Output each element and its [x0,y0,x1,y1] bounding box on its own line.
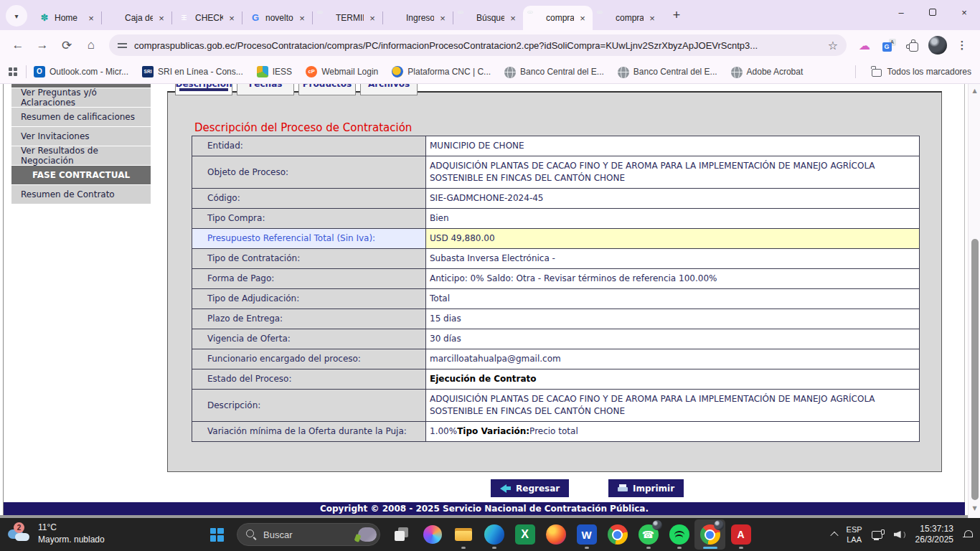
scrollbar-thumb[interactable] [971,239,979,500]
scroll-up-arrow[interactable]: ▲ [969,86,980,96]
extensions-button[interactable] [901,33,925,57]
bookmark-item[interactable]: Banco Central del E... [504,65,604,78]
reload-button[interactable]: ⟳ [55,33,79,57]
taskbar-search[interactable]: Buscar [237,523,380,546]
browser-tab[interactable]: comprasp× [523,6,593,30]
content-tab[interactable]: Fechas [237,84,294,95]
notifications-bell-icon[interactable] [963,530,973,540]
browser-tab[interactable]: Gnoveltoon× [242,6,312,30]
close-button[interactable]: × [948,0,980,24]
browser-tab[interactable]: Búsqueda× [453,6,523,30]
tab-close-icon[interactable]: × [85,12,97,24]
bookmark-label: SRI en Línea - Cons... [158,67,243,77]
language-indicator[interactable]: ESP LAA [847,524,862,545]
bookmark-items: OOutlook.com - Micr...SRISRI en Línea - … [34,65,854,78]
tab-search-chevron-icon[interactable]: ▾ [6,5,27,27]
browser-tab[interactable]: TERMINO× [313,6,382,30]
weather-condition: Mayorm. nublado [38,534,105,546]
taskbar-spotify-button[interactable] [664,519,694,550]
vertical-scrollbar[interactable]: ▲ ▼ [968,84,980,518]
taskbar-explorer-button[interactable] [448,519,479,550]
row-value: 1.00% Tipo Variación: Precio total [426,422,919,441]
translate-icon[interactable] [877,33,901,57]
bookmark-item[interactable]: IESS [257,66,292,77]
weather-widget[interactable]: 2 11°C Mayorm. nublado [7,522,105,546]
forward-button[interactable]: → [30,33,55,57]
taskbar-taskview-button[interactable] [386,519,417,550]
taskbar-acrobat-button[interactable] [725,519,756,550]
apps-grid-icon[interactable] [9,67,17,76]
start-button[interactable] [202,520,231,549]
bookmark-item[interactable]: cPWebmail Login [306,66,378,77]
tab-close-icon[interactable]: × [577,12,588,24]
scroll-down-arrow[interactable]: ▼ [969,504,980,514]
sidebar-item[interactable]: Resumen de calificaciones [11,108,151,126]
content-tab[interactable]: Descripción [175,84,232,95]
bookmark-item[interactable]: Adobe Acrobat [731,65,804,78]
bookmark-item[interactable]: OOutlook.com - Micr... [34,66,128,77]
browser-menu-button[interactable]: ⋮ [950,33,974,57]
speaker-icon[interactable] [894,529,906,540]
iess-icon [257,66,268,77]
sidebar-item[interactable]: Ver Invitaciones [11,127,151,146]
tab-title: comprasp [546,13,574,23]
edge-icon [484,524,504,545]
tab-title: comprasp [616,13,644,23]
taskbar-copilot-button[interactable] [417,519,448,550]
clock[interactable]: 15:37:13 26/3/2025 [915,524,953,545]
tray-date: 26/3/2025 [915,534,953,545]
printer-icon [618,484,628,493]
taskbar-excel-button[interactable] [509,519,540,550]
content-tab[interactable]: Archivos [360,84,418,95]
task-view-icon [392,524,412,545]
tab-close-icon[interactable]: × [507,12,519,24]
minimize-button[interactable]: – [885,0,917,24]
tab-close-icon[interactable]: × [367,12,378,24]
browser-tab[interactable]: comprasp× [593,6,662,30]
browser-tab[interactable]: Ingreso al× [383,6,453,30]
network-icon[interactable] [872,529,885,540]
content-tabs: DescripciónFechasProductosArchivos [175,84,418,95]
tray-chevron-up-icon[interactable] [830,532,838,540]
tab-close-icon[interactable]: × [296,12,308,24]
url-bar[interactable]: compraspublicas.gob.ec/ProcesoContrataci… [109,34,847,56]
cloud-weather-icon: 2 [7,525,32,542]
taskbar-firefox-button[interactable] [540,519,571,550]
tab-close-icon[interactable]: × [646,12,658,24]
taskbar-chrome-button[interactable] [694,519,725,550]
weather-extension-icon[interactable]: ☁ [852,33,877,57]
bookmark-item[interactable]: Banco Central del E... [618,65,717,78]
sidebar-item[interactable]: Ver Preguntas y/ó Aclaraciones [11,88,151,107]
taskbar-whatsapp-button[interactable] [633,519,664,550]
search-icon [246,529,257,540]
new-tab-button[interactable]: + [666,5,687,25]
home-button[interactable]: ⌂ [79,33,103,57]
all-bookmarks[interactable]: Todos los marcadores [854,65,971,78]
sidebar-item[interactable]: Ver Resultados de Negociación [11,146,151,165]
browser-tab[interactable]: ✽Home× [32,6,101,30]
taskbar-edge-button[interactable] [479,519,509,550]
browser-tab-strip: ▾ ✽Home×Caja de he×CHECK LIS×Gnoveltoon×… [0,0,980,30]
bookmark-star-icon[interactable]: ☆ [828,39,838,52]
taskbar-word-button[interactable] [571,519,602,550]
browser-tab[interactable]: CHECK LIS× [172,6,242,30]
bookmark-item[interactable]: SRISRI en Línea - Cons... [142,66,243,77]
taskbar-chrome-button[interactable] [602,519,633,550]
tab-close-icon[interactable]: × [226,12,237,24]
back-button[interactable]: ← [6,33,30,57]
profile-avatar[interactable] [925,33,950,57]
row-label: Plazo de Entrega: [192,309,426,329]
running-indicator [585,547,589,549]
regresar-button[interactable]: Regresar [491,479,569,497]
tab-close-icon[interactable]: × [156,12,167,24]
divider [26,65,27,78]
site-info-icon[interactable] [118,41,127,50]
excel-icon [515,524,535,545]
tab-close-icon[interactable]: × [437,12,448,24]
browser-tab[interactable]: Caja de he× [102,6,171,30]
imprimir-button[interactable]: Imprimir [608,479,684,497]
content-tab[interactable]: Productos [298,84,356,95]
sidebar-item[interactable]: Resumen de Contrato [11,185,151,204]
maximize-button[interactable] [917,0,948,24]
bookmark-item[interactable]: Plataforma CNC | C... [392,66,491,77]
